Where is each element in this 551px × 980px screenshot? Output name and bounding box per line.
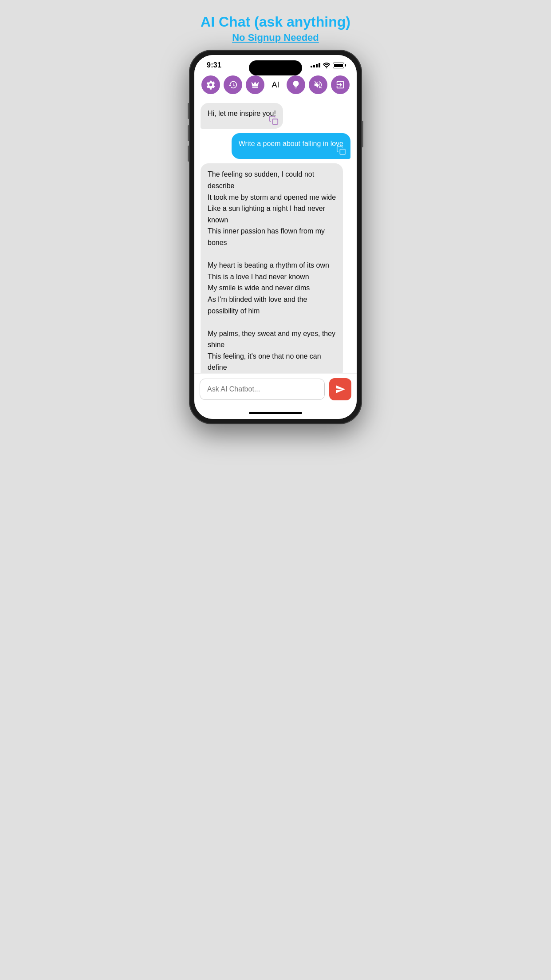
crown-icon — [250, 80, 260, 90]
svg-rect-0 — [272, 119, 278, 125]
settings-icon — [206, 80, 216, 90]
phone-frame: 9:31 — [189, 50, 362, 424]
user-message-1: Write a poem about falling in love — [232, 133, 350, 159]
page-wrapper: AI Chat (ask anything) No Signup Needed … — [184, 9, 367, 424]
copy-icon-user-1[interactable] — [336, 146, 346, 155]
wifi-icon — [323, 63, 330, 68]
user-message-1-text: Write a poem about falling in love — [239, 140, 343, 147]
mute-icon — [313, 80, 323, 90]
nav-title: AI — [272, 80, 279, 90]
mute-button[interactable] — [309, 75, 327, 94]
chat-input[interactable] — [200, 379, 325, 400]
nav-right — [287, 75, 350, 94]
signal-dots — [311, 63, 320, 67]
battery-icon — [333, 63, 344, 68]
chat-area: Hi, let me inspire you! Write a poem abo… — [194, 98, 357, 373]
battery-fill — [334, 64, 343, 67]
phone-screen: 9:31 — [194, 55, 357, 419]
crown-button[interactable] — [246, 75, 264, 94]
send-icon — [335, 384, 346, 395]
nav-bar: AI — [194, 72, 357, 98]
ai-poem-text: The feeling so sudden, I could not descr… — [208, 169, 336, 373]
input-bar — [194, 373, 357, 407]
settings-button[interactable] — [201, 75, 220, 94]
lightbulb-button[interactable] — [287, 75, 305, 94]
lightbulb-icon — [291, 80, 301, 90]
copy-icon-1[interactable] — [269, 115, 279, 125]
signal-dot-4 — [319, 63, 320, 67]
signal-dot-2 — [313, 65, 315, 67]
svg-rect-1 — [340, 150, 345, 155]
signal-dot-1 — [311, 66, 312, 67]
app-subtitle: No Signup Needed — [232, 32, 319, 43]
nav-left — [201, 75, 264, 94]
dynamic-island — [249, 60, 302, 75]
signal-dot-3 — [316, 64, 318, 67]
history-icon — [228, 80, 238, 90]
status-icons — [311, 63, 344, 68]
status-bar: 9:31 — [194, 55, 357, 72]
ai-message-1: Hi, let me inspire you! — [201, 103, 283, 129]
ai-message-1-text: Hi, let me inspire you! — [208, 110, 276, 117]
ai-message-2: The feeling so sudden, I could not descr… — [201, 163, 343, 373]
share-button[interactable] — [331, 75, 350, 94]
home-bar — [249, 412, 302, 414]
history-button[interactable] — [224, 75, 242, 94]
home-indicator — [194, 407, 357, 419]
send-button[interactable] — [329, 378, 351, 400]
share-icon — [335, 80, 345, 90]
status-time: 9:31 — [207, 61, 221, 69]
app-title: AI Chat (ask anything) — [196, 9, 355, 30]
